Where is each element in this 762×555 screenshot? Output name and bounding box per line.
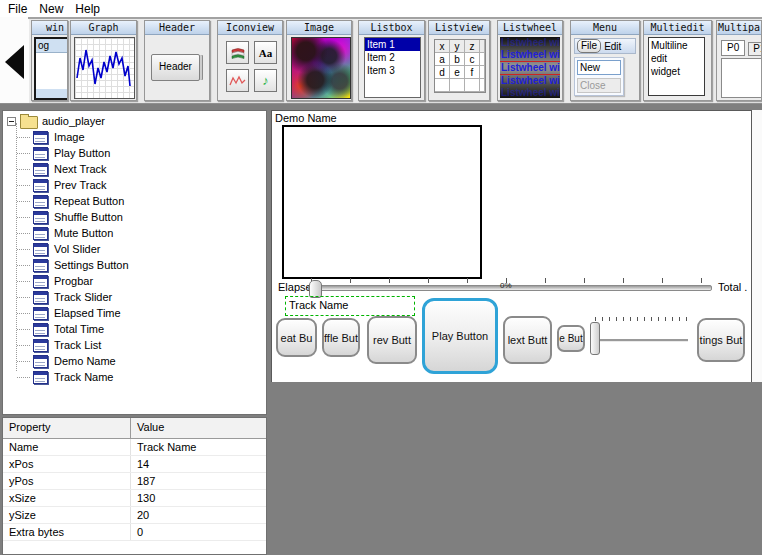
image-collage-preview [291, 37, 351, 99]
palette-card-listview[interactable]: Listview x y z a b c d e f [428, 20, 490, 101]
tree-item-track-slider[interactable]: Track Slider [3, 289, 266, 305]
total-time-label[interactable]: Total . [718, 281, 747, 293]
tree-item-vol-slider[interactable]: Vol Slider [3, 241, 266, 257]
palette-card-image[interactable]: Image [286, 20, 352, 101]
palette-card-multipage[interactable]: Multipa P0 P1 [716, 20, 762, 101]
card-title: Listwheel [498, 21, 562, 35]
palette-card-graph[interactable]: Graph [70, 20, 137, 101]
design-canvas[interactable]: Demo Name Elapse 0% Total . Track Name e… [271, 110, 752, 382]
prop-row-extra-bytes[interactable]: Extra bytes 0 [3, 524, 266, 541]
settings-button[interactable]: tings But [697, 318, 745, 362]
tree-item-next-track[interactable]: Next Track [3, 161, 266, 177]
shuffle-button[interactable]: ffle But [322, 318, 360, 357]
tree-item-prev-track[interactable]: Prev Track [3, 177, 266, 193]
palette-card-menu[interactable]: Menu File Edit New Close [570, 20, 640, 101]
menu-help[interactable]: Help [75, 2, 100, 16]
mute-button[interactable]: e But [557, 325, 585, 352]
track-name-selected[interactable]: Track Name [285, 296, 415, 316]
card-title: Header [145, 21, 209, 35]
menu-preview-dropdown: New Close [574, 57, 624, 96]
mini-dialog-preview: og [34, 37, 68, 100]
widget-palette-toolbar: win og Graph Header Header [0, 17, 762, 104]
tab-p0: P0 [721, 40, 745, 56]
tree-item-play-button[interactable]: Play Button [3, 145, 266, 161]
tree-item-shuffle-button[interactable]: Shuffle Button [3, 209, 266, 225]
font-icon: Aa [254, 41, 277, 64]
widget-icon [33, 179, 48, 192]
card-title: Graph [71, 21, 136, 35]
menu-new[interactable]: New [39, 2, 63, 16]
tree-item-track-name[interactable]: Track Name [3, 369, 266, 385]
card-title: Listview [429, 21, 489, 35]
palette-card-multiedit[interactable]: Multiedit Multiline edit widget [643, 20, 712, 101]
list-item: Item 2 [365, 51, 420, 64]
widget-icon [33, 259, 48, 272]
tree-item-settings-button[interactable]: Settings Button [3, 257, 266, 273]
list-item: Item 3 [365, 64, 420, 77]
tree-item-total-time[interactable]: Total Time [3, 321, 266, 337]
widget-icon [33, 339, 48, 352]
widget-icon [33, 371, 48, 384]
tree-item-demo-name[interactable]: Demo Name [3, 353, 266, 369]
tree-item-track-list[interactable]: Track List [3, 337, 266, 353]
property-header: Property Value [3, 418, 266, 439]
widget-icon [33, 163, 48, 176]
repeat-button[interactable]: eat Bu [276, 318, 317, 357]
folder-icon [20, 116, 38, 129]
prop-row-ypos[interactable]: yPos 187 [3, 473, 266, 490]
prop-row-xsize[interactable]: xSize 130 [3, 490, 266, 507]
progbar-value[interactable]: 0% [500, 281, 512, 290]
palette-card-listbox[interactable]: Listbox Item 1 Item 2 Item 3 [358, 20, 425, 101]
demo-name-label[interactable]: Demo Name [275, 112, 337, 124]
next-button[interactable]: lext Butt [503, 316, 552, 364]
property-panel: Property Value Name Track Name xPos 14 y… [2, 417, 267, 555]
scroll-left-icon[interactable] [5, 45, 24, 79]
music-note-icon: ♪ [254, 69, 277, 92]
mini-dialog-footer [36, 89, 68, 98]
value-column-header: Value [131, 418, 164, 438]
palette-card-dlgwin[interactable]: win og [31, 20, 68, 101]
tree-item-elapsed-time[interactable]: Elapsed Time [3, 305, 266, 321]
card-title: win [32, 21, 67, 35]
prop-row-xpos[interactable]: xPos 14 [3, 456, 266, 473]
card-title: Multipa [717, 21, 761, 35]
listwheel-preview: Listwheel wi Listwheel wi Listwheel wi L… [500, 37, 560, 98]
widget-icon [33, 323, 48, 336]
vol-slider[interactable] [598, 339, 688, 341]
graph-preview [74, 37, 135, 99]
play-button[interactable]: Play Button [422, 298, 498, 374]
prop-row-ysize[interactable]: ySize 20 [3, 507, 266, 524]
graph-line-icon [75, 38, 132, 96]
tree-root-audio-player[interactable]: audio_player [3, 113, 266, 129]
widget-icon [33, 291, 48, 304]
palette-card-iconview[interactable]: Iconview Aa ♪ [217, 20, 283, 101]
listbox-preview: Item 1 Item 2 Item 3 [364, 37, 421, 98]
widget-icon [33, 243, 48, 256]
canvas-right-margin [752, 110, 762, 382]
tree-children: Image Play Button Next Track Prev Track … [3, 129, 266, 385]
tree-item-mute-button[interactable]: Mute Button [3, 225, 266, 241]
elapsed-time-label[interactable]: Elapse [278, 281, 312, 293]
tree-item-image[interactable]: Image [3, 129, 266, 145]
menu-preview-bar: File Edit [574, 38, 636, 54]
card-title: Listbox [359, 21, 424, 35]
menu-bar: File New Help [0, 0, 762, 17]
vol-slider-ticks [595, 317, 687, 321]
vol-slider-thumb[interactable] [590, 322, 600, 355]
header-preview: Header [151, 54, 200, 81]
multipage-panel [721, 58, 762, 98]
books-icon [226, 41, 249, 64]
tree-item-repeat-button[interactable]: Repeat Button [3, 193, 266, 209]
collapse-icon[interactable] [7, 117, 16, 126]
menu-file[interactable]: File [8, 2, 27, 16]
prev-button[interactable]: rev Butt [367, 316, 417, 364]
widget-icon [33, 147, 48, 160]
palette-card-listwheel[interactable]: Listwheel Listwheel wi Listwheel wi List… [497, 20, 563, 101]
prop-row-name[interactable]: Name Track Name [3, 439, 266, 456]
tree-item-progbar[interactable]: Progbar [3, 273, 266, 289]
palette-card-header[interactable]: Header Header [144, 20, 210, 101]
card-title: Iconview [218, 21, 282, 35]
image-placeholder[interactable] [282, 125, 482, 279]
listview-preview: x y z a b c d e f [434, 39, 486, 93]
widget-icon [33, 307, 48, 320]
